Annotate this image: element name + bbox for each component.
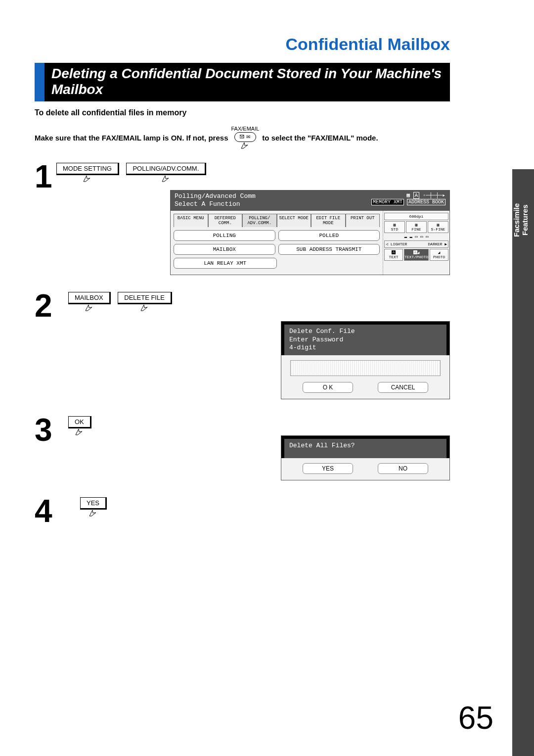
password-dialog: Delete Conf. File Enter Password 4-digit…: [281, 321, 450, 400]
cursor-icon: [75, 428, 84, 435]
instr-pre: Make sure that the FAX/EMAIL lamp is ON.…: [35, 134, 228, 142]
lighter-label: LIGHTER: [391, 242, 407, 246]
ok-hw-label: OK: [68, 416, 91, 428]
step-1: 1 MODE SETTING POLLING/ADV.COMM. Polling…: [35, 163, 450, 275]
contrast-row[interactable]: ◁ LIGHTER DARKER ▶: [384, 240, 448, 248]
res-fine-label: FINE: [411, 227, 421, 232]
cursor-icon: [89, 510, 98, 517]
address-book-button[interactable]: ADDRESS BOOK: [407, 199, 445, 205]
fax-email-label: FAX/EMAIL: [231, 126, 259, 132]
yes-hw-button[interactable]: YES: [80, 497, 107, 517]
step-4: 4 YES: [35, 497, 450, 526]
polling-advcomm-label: POLLING/ADV.COMM.: [126, 163, 206, 175]
delete-all-l1: Delete All Files?: [289, 442, 442, 450]
instruction-line: Make sure that the FAX/EMAIL lamp is ON.…: [35, 126, 450, 149]
cursor-icon: [241, 142, 250, 149]
instr-post: to select the "FAX/EMAIL" mode.: [262, 134, 378, 142]
cursor-icon: [83, 175, 92, 182]
step-4-num: 4: [35, 497, 80, 526]
sub-address-transmit-button[interactable]: SUB ADDRESS TRANSMIT: [278, 244, 380, 255]
screen1-titlebar: Polling/Advanced Comm Select A Function …: [171, 190, 449, 211]
step-3: 3 OK Delete All Files? YES NO: [35, 416, 450, 480]
no-button[interactable]: NO: [378, 463, 428, 474]
lan-relay-xmt-button[interactable]: LAN RELAY XMT: [174, 258, 277, 269]
tab-deferred-comm[interactable]: DEFERRED COMM.: [208, 214, 243, 227]
delete-file-hw-label: DELETE FILE: [118, 292, 172, 304]
ok-button[interactable]: O K: [303, 382, 353, 393]
mailbox-hw-label: MAILBOX: [68, 292, 111, 304]
res-std[interactable]: ▦STD: [384, 221, 405, 233]
cursor-icon: [162, 175, 171, 182]
tab-select-mode[interactable]: SELECT MODE: [277, 214, 312, 227]
mode-setting-label: MODE SETTING: [56, 163, 119, 175]
res-std-label: STD: [391, 227, 398, 232]
polled-button[interactable]: POLLED: [278, 230, 380, 241]
orig-text-photo-label: TEXT/PHOTO: [404, 255, 428, 259]
tab-polling-advcomm[interactable]: POLLING/ ADV.COMM.: [242, 214, 277, 227]
cancel-button[interactable]: CANCEL: [378, 382, 428, 393]
polling-adv-screen: Polling/Advanced Comm Select A Function …: [170, 190, 450, 275]
side-tab-label: Facsimile Features: [512, 195, 534, 245]
screen1-title-l2: Select A Function: [175, 200, 256, 208]
res-sfine-label: S-FINE: [431, 227, 445, 232]
mailbox-hw-button[interactable]: MAILBOX: [68, 292, 111, 311]
polling-advcomm-button[interactable]: POLLING/ADV.COMM.: [126, 163, 206, 182]
delete-subhead: To delete all confidential files in memo…: [35, 108, 450, 117]
cursor-icon: [140, 304, 149, 311]
page-number: 65: [458, 700, 493, 736]
chapter-title: Confidential Mailbox: [35, 35, 450, 54]
res-sfine[interactable]: ▦S-FINE: [428, 221, 448, 233]
screen1-tabs: BASIC MENU DEFERRED COMM. POLLING/ ADV.C…: [174, 214, 380, 227]
section-bar: Deleting a Confidential Document Stored …: [35, 63, 450, 101]
mailbox-button[interactable]: MAILBOX: [174, 244, 275, 255]
tab-print-out[interactable]: PRINT OUT: [346, 214, 380, 227]
ok-hw-button[interactable]: OK: [68, 416, 91, 435]
side-tab-hollow: [512, 0, 534, 169]
fax-email-icon: ✉: [234, 132, 256, 142]
side-tab-text: Facsimile Features: [512, 203, 529, 237]
screen1-side-panel: 600dpi ▦STD ▦FINE ▦S-FINE ▬ ▬ ▭ ▭ ▭ ◁ LI…: [383, 211, 449, 275]
mode-setting-button[interactable]: MODE SETTING: [56, 163, 119, 182]
fax-email-button[interactable]: FAX/EMAIL ✉: [231, 126, 259, 149]
dpi-label: 600dpi: [384, 213, 448, 220]
yes-hw-label: YES: [80, 497, 107, 510]
darker-label: DARKER: [428, 242, 443, 246]
step-2: 2 MAILBOX DELETE FILE Delete Conf. File …: [35, 292, 450, 400]
delete-file-hw-button[interactable]: DELETE FILE: [118, 292, 172, 311]
polling-button[interactable]: POLLING: [174, 230, 275, 241]
password-field[interactable]: [290, 360, 441, 376]
pw-dlg-l3: 4-digit: [289, 344, 442, 352]
tab-basic-menu[interactable]: BASIC MENU: [174, 214, 208, 227]
yes-button[interactable]: YES: [303, 463, 353, 474]
orig-photo-label: PHOTO: [433, 255, 445, 259]
screen1-title-l1: Polling/Advanced Comm: [175, 192, 256, 200]
step-3-num: 3: [35, 416, 68, 445]
res-fine[interactable]: ▦FINE: [406, 221, 427, 233]
step-1-num: 1: [35, 163, 56, 191]
orig-text-label: TEXT: [389, 255, 398, 259]
orig-photo[interactable]: ◢PHOTO: [430, 249, 448, 261]
tab-edit-file-mode[interactable]: EDIT FILE MODE: [311, 214, 346, 227]
memory-xmt-button[interactable]: MEMORY XMT: [371, 199, 404, 205]
pw-dlg-l1: Delete Conf. File: [289, 328, 442, 336]
svg-text:✉: ✉: [246, 134, 250, 140]
delete-all-dialog: Delete All Files? YES NO: [281, 435, 450, 480]
pw-dlg-l2: Enter Password: [289, 336, 442, 344]
step-2-num: 2: [35, 292, 68, 321]
orig-text-photo[interactable]: 🅰◢TEXT/PHOTO: [404, 249, 429, 261]
cursor-icon: [85, 304, 94, 311]
orig-text[interactable]: 🅰TEXT: [384, 249, 403, 261]
